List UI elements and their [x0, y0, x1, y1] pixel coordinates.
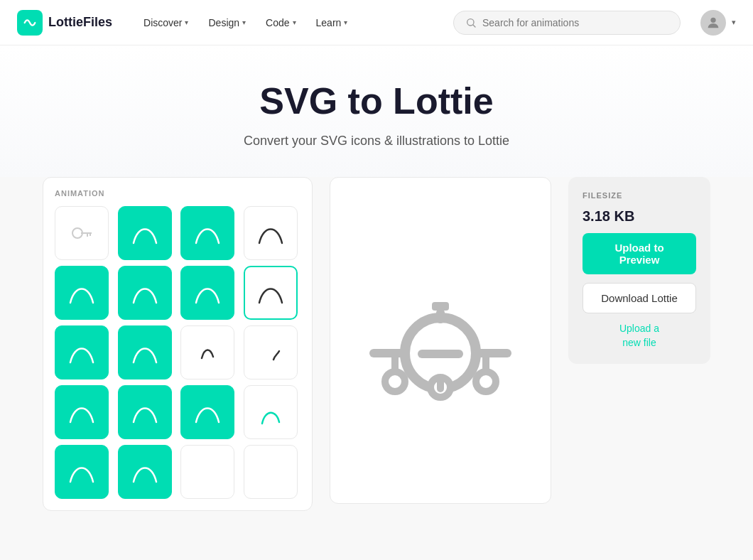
search-input[interactable]: [482, 17, 668, 28]
chevron-down-icon: ▾: [344, 18, 347, 26]
svg-rect-12: [475, 349, 511, 357]
svg-point-3: [72, 228, 82, 238]
anim-cell-curve-6[interactable]: [180, 266, 234, 320]
anim-cell-curve-5[interactable]: [118, 266, 172, 320]
anim-cell-curve-1[interactable]: [118, 206, 172, 260]
anim-cell-small-1[interactable]: [180, 325, 234, 379]
anim-cell-curve-12[interactable]: [244, 385, 298, 439]
filesize-value: 3.18 KB: [583, 208, 696, 225]
anim-cell-curve-2[interactable]: [180, 206, 234, 260]
svg-rect-8: [418, 350, 463, 358]
preview-panel: [330, 177, 551, 504]
nav-design[interactable]: Design ▾: [200, 11, 254, 34]
svg-rect-10: [432, 302, 449, 311]
svg-point-2: [710, 17, 715, 22]
anim-cell-empty-1[interactable]: [180, 445, 234, 499]
anim-cell-empty-2[interactable]: [244, 445, 298, 499]
anim-cell-curve-selected[interactable]: [244, 266, 298, 320]
anim-cell-curve-9[interactable]: [55, 385, 109, 439]
avatar[interactable]: [700, 10, 726, 36]
anim-cell-curve-13[interactable]: [55, 445, 109, 499]
animation-panel: ANIMATION: [43, 177, 313, 511]
download-lottie-button[interactable]: Download Lottie: [583, 283, 696, 313]
anim-cell-curve-14[interactable]: [118, 445, 172, 499]
page-title: SVG to Lottie: [17, 80, 736, 122]
animation-grid: [55, 206, 300, 499]
logo-text: LottieFiles: [48, 15, 112, 30]
avatar-chevron-icon[interactable]: ▾: [732, 18, 736, 27]
svg-rect-11: [369, 349, 406, 357]
chevron-down-icon: ▾: [242, 18, 246, 26]
navbar: LottieFiles Discover ▾ Design ▾ Code ▾ L…: [0, 0, 753, 45]
anim-cell-curve-3[interactable]: [244, 206, 298, 260]
main-content: ANIMATION: [0, 177, 753, 554]
upload-new-file-link[interactable]: Upload a new file: [583, 322, 696, 350]
preview-image: [348, 268, 533, 413]
anim-cell-curve-8[interactable]: [118, 325, 172, 379]
svg-line-1: [473, 25, 475, 27]
right-panel: FILESIZE 3.18 KB Upload to Preview Downl…: [568, 177, 710, 364]
chevron-down-icon: ▾: [293, 18, 296, 26]
logo[interactable]: LottieFiles: [17, 10, 112, 36]
anim-cell-curve-10[interactable]: [118, 385, 172, 439]
anim-cell-small-2[interactable]: [244, 325, 298, 379]
search-icon: [465, 17, 477, 28]
chevron-down-icon: ▾: [185, 18, 188, 26]
anim-cell-curve-4[interactable]: [55, 266, 109, 320]
navbar-nav: Discover ▾ Design ▾ Code ▾ Learn ▾: [135, 11, 356, 34]
hero-section: SVG to Lottie Convert your SVG icons & i…: [0, 45, 753, 177]
animation-panel-label: ANIMATION: [55, 189, 300, 198]
anim-cell-key[interactable]: [55, 206, 109, 260]
anim-cell-curve-7[interactable]: [55, 325, 109, 379]
logo-icon: [17, 10, 43, 36]
nav-learn[interactable]: Learn ▾: [308, 11, 357, 34]
anim-cell-curve-11[interactable]: [180, 385, 234, 439]
nav-discover[interactable]: Discover ▾: [135, 11, 197, 34]
nav-code[interactable]: Code ▾: [257, 11, 304, 34]
page-subtitle: Convert your SVG icons & illustrations t…: [17, 134, 736, 149]
search-bar[interactable]: [453, 11, 681, 35]
upload-to-preview-button[interactable]: Upload to Preview: [583, 233, 696, 274]
svg-rect-9: [436, 309, 445, 323]
filesize-label: FILESIZE: [583, 191, 696, 200]
